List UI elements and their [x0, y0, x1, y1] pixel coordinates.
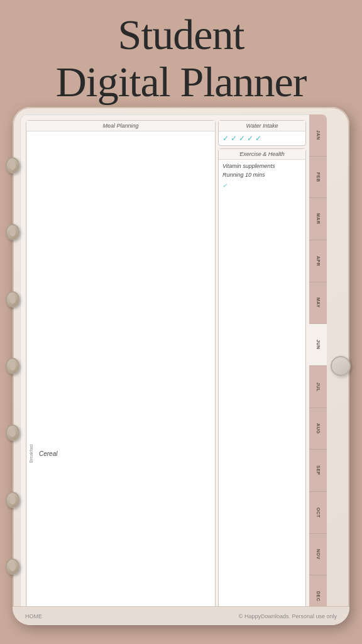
water-check-5[interactable]: ✓ [255, 134, 261, 143]
ring-5 [6, 425, 19, 441]
dinner-check: ✓ [222, 182, 302, 191]
title-line1: Student [13, 11, 349, 58]
breakfast-content[interactable]: Cereal [35, 448, 215, 460]
tablet-wrapper: JAN FEB MAR APR MAY JUN JUL AUG SEP OCT … [13, 107, 349, 625]
water-check-3[interactable]: ✓ [239, 134, 245, 143]
breakfast-label: Breakfast [26, 131, 35, 618]
exercise-item-1[interactable]: Vitamin supplements [222, 162, 302, 171]
water-header: Water Intake [219, 121, 305, 131]
water-check-1[interactable]: ✓ [222, 134, 229, 143]
top-row: Meal Planning Breakfast Cereal Lunch Veg… [26, 120, 306, 618]
right-column: Water Intake ✓ ✓ ✓ ✓ ✓ Exercise & Health [218, 120, 306, 618]
binder-rings [4, 132, 21, 600]
screen: Meal Planning Breakfast Cereal Lunch Veg… [20, 114, 327, 618]
water-check-2[interactable]: ✓ [231, 134, 237, 143]
ring-6 [6, 492, 19, 508]
ring-3 [6, 291, 19, 308]
ring-4 [6, 358, 19, 374]
title-area: Student Digital Planner [0, 0, 362, 112]
water-checks: ✓ ✓ ✓ ✓ ✓ [219, 131, 305, 145]
exercise-section: Exercise & Health Vitamin supplements Ru… [218, 148, 306, 618]
home-label[interactable]: HOME [25, 613, 42, 619]
ring-7 [6, 558, 19, 575]
ring-2 [6, 224, 19, 240]
water-section: Water Intake ✓ ✓ ✓ ✓ ✓ [218, 120, 306, 146]
breakfast-row: Breakfast Cereal [26, 131, 215, 618]
exercise-header: Exercise & Health [219, 149, 305, 160]
ring-1 [6, 157, 19, 174]
meal-planning-section: Meal Planning Breakfast Cereal Lunch Veg… [26, 120, 216, 618]
meal-planning-header: Meal Planning [26, 121, 215, 131]
copyright-label: © HappyDownloads. Personal use only [239, 613, 337, 619]
planner-content: Meal Planning Breakfast Cereal Lunch Veg… [21, 115, 326, 618]
water-check-4[interactable]: ✓ [247, 134, 253, 143]
title-line2: Digital Planner [13, 58, 349, 106]
home-button-circle[interactable] [331, 356, 351, 376]
bottom-bar: HOME © HappyDownloads. Personal use only [13, 606, 349, 625]
exercise-content: Vitamin supplements Running 10 mins ✓ [219, 160, 305, 193]
exercise-item-2[interactable]: Running 10 mins [222, 171, 302, 180]
